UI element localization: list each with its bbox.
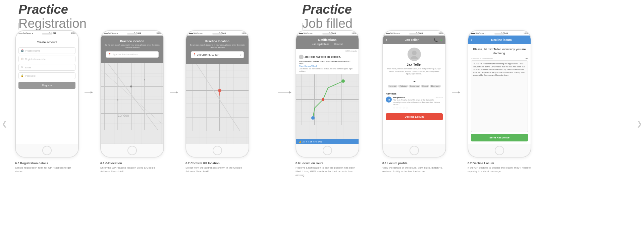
send-response-button[interactable]: Send Response [471,134,528,141]
notification-map [296,74,359,139]
profile-screen: ‹ Jax Teller 📞 ★ [383,36,445,144]
phone-job-3: ●●●● SuisTempo ▼ 9:41 AM 100% ‹ Decline … [463,30,536,173]
caption-desc-job-3: If the GP decides to decline the locum, … [468,166,531,173]
notification-item-1: Jax Teller has filled the position. Nurs… [296,53,359,74]
screen-create-account: Create account 🏥 Practice name 📋 Registr… [16,36,78,144]
caption-desc-reg-2: Enter the GP Practice location using a G… [100,166,164,173]
screen-confirm-location: Practice location So we can match Locums… [186,36,249,144]
profile-bio: Duis mollis, est non commodo luctus, nis… [386,68,443,75]
phone-frame-1: ●●●● SuisTempo ▼ 9:41 AM 100% Create acc… [15,30,79,158]
svg-point-12 [130,85,132,87]
svg-point-38 [412,51,417,55]
notif-desc: Duis mollis, est non commodo luctus, nis… [299,68,356,72]
job-phones-row: ●●●● SuisTempo ▼ 9:41 AM 100% Notificati… [290,30,536,177]
caption-step-reg-3: 6.2 Confirm GP location [185,162,249,165]
notif-name-row: Jax Teller has filled the position. [299,55,356,59]
phone-job-2: ▶ ●●●● SuisTempo ▼ 9:41 AM 100% ‹ Jax Te… [377,30,451,173]
home-button-2[interactable] [127,146,137,155]
notif-bottom-text: Jax T. is 15 mins away [302,141,322,143]
home-button-3[interactable] [213,146,222,155]
arrow-4-5-head: ▶ [289,90,291,94]
phone-icon[interactable]: 📞 [434,38,438,42]
back-arrow-icon[interactable]: ‹ [386,38,387,42]
decline-screen: ‹ Decline locum Please, let Jax Teller k… [468,36,531,144]
caption-step-reg-1: 6.0 Registration details [15,162,79,165]
status-battery-4: 100% [352,32,356,34]
notif-avatar [299,55,304,59]
decline-header-title: Decline locum [475,38,528,42]
camera-notch-6 [494,33,504,35]
tag-palliating: Palliating [398,85,408,87]
status-battery-2: 100% [156,32,161,34]
char-count-row: *Minimum of 50 characters Jax [468,57,531,60]
arrow-head-2: ▶ [176,90,178,94]
registration-number-field[interactable]: 📋 Registration number [18,56,75,62]
location-header-title: Practice location [104,40,161,43]
job-filled-section: Practice Job filled ●●●● SuisTempo ▼ 9:4… [282,0,644,247]
decline-message-area[interactable]: Hi Jax, I'm really sorry for declining t… [471,60,528,132]
profile-header-title: Jax Teller [390,38,434,42]
search-placeholder: Type the Practice address... [113,53,140,56]
arrow-line-5: ▶ [452,92,459,92]
tab-general[interactable]: General [334,43,342,46]
phone-registration-2: ●●●● SuisTempo ▼ 9:41 AM 100% Practice l… [95,30,169,173]
password-icon: 🔒 [21,74,23,77]
arrow-line-2: ▶ [170,92,176,92]
screen-notifications: Notifications Job applications General 1… [296,36,359,144]
map-placeholder-2 [186,64,249,144]
svg-rect-27 [296,74,359,139]
decline-header: ‹ Decline locum [468,36,531,44]
registration-phones-row: ●●●● SuisTempo ▼ 9:41 AM 100% Create acc… [10,30,254,173]
svg-point-14 [144,79,145,80]
char-hint: *Minimum of 50 characters [471,58,493,60]
decline-locum-button[interactable]: Decline Locum [386,113,443,120]
profile-header-icons: 📞 ★ [434,38,443,42]
caption-job-1: 8.0 Locum on route Receive a notificatio… [296,162,359,177]
tab-job-applications[interactable]: Job applications [312,43,329,46]
reg-number-icon: 📋 [21,58,23,60]
caption-job-2: 8.1 Locum profile View the details of th… [382,162,446,173]
email-placeholder: Email [25,66,31,69]
home-button-4[interactable] [323,146,332,155]
password-field[interactable]: 🔒 Password [18,72,75,79]
svg-point-37 [322,98,324,101]
home-button-6[interactable] [495,146,504,155]
practice-name-placeholder: Practice name [25,50,40,52]
decline-prompt: Please, let Jax Teller know why you are … [468,44,531,57]
expand-bio-icon[interactable]: ⌄ [412,77,417,83]
phone-job-1: ●●●● SuisTempo ▼ 9:41 AM 100% Notificati… [290,30,364,177]
caption-desc-job-1: Receive a notification to say the positi… [296,166,359,177]
star-icon[interactable]: ★ [440,38,443,42]
review-date: 2 Jan 2016 [434,97,443,99]
reviewer-name: Margareth M. [393,97,406,99]
location-screen: Practice location So we can match Locums… [101,36,163,144]
status-battery-6: 100% [524,32,528,34]
profile-tags: Home Vis Palliating Special care Repeat … [388,85,441,87]
caption-step-job-3: 8.2 Decline Locum [468,162,531,165]
email-field[interactable]: ✉ Email [18,64,75,71]
svg-point-39 [411,56,418,59]
decline-back-arrow-icon[interactable]: ‹ [471,38,472,42]
match-badge: 100% match [296,49,359,53]
camera-notch-4 [322,33,332,35]
registration-section: Practice Registration ●●●● SuisTempo ▼ 9… [0,0,282,247]
profile-header: ‹ Jax Teller 📞 ★ [383,36,445,44]
avatar-svg [410,50,419,59]
confirm-address-with-icon: 📍 245 Collin Rd. E3 5GH [193,53,219,56]
practice-name-field[interactable]: 🏥 Practice name [18,47,75,54]
tag-blood-tests: Blood tests [430,85,441,87]
reviewer-avatar: M [386,97,392,103]
location-header-sub: So we can match Locums in your area, ple… [104,44,161,49]
notifications-title: Notifications [299,38,356,42]
confirm-location-sub: So we can match Locums in your area, ple… [189,44,246,49]
location-search-bar[interactable]: 📍 Type the Practice address... [106,51,159,58]
confirm-address-bar[interactable]: 📍 245 Collin Rd. E3 5GH › [191,51,244,58]
location-header: Practice location So we can match Locums… [101,36,163,63]
phone-registration-1: ●●●● SuisTempo ▼ 9:41 AM 100% Create acc… [10,30,84,173]
reviews-title: Reviews [386,92,443,95]
home-button-1[interactable] [42,146,52,155]
status-battery-5: 100% [438,32,443,34]
map-svg-2 [186,64,249,144]
home-button-5[interactable] [410,146,419,155]
register-button[interactable]: Register [18,82,75,89]
